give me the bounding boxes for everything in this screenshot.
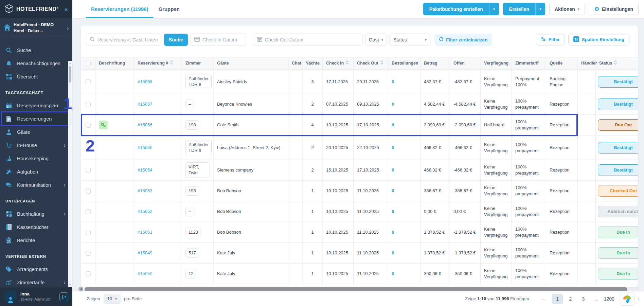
orders-link[interactable]: 0	[392, 250, 394, 256]
aktionen-button[interactable]: Aktionen ▾	[549, 3, 585, 15]
search-input[interactable]	[97, 37, 158, 42]
page-button-2[interactable]: 2	[565, 294, 576, 304]
reservation-link[interactable]: #15049	[138, 250, 152, 256]
guest-cell: Kate July	[214, 243, 288, 263]
reservations-card: Suche Gast ▾ Status ▾	[81, 25, 638, 287]
sidebar-item-reservierungen[interactable]: Reservierungen	[0, 112, 72, 125]
reservation-link[interactable]: #15050	[138, 271, 152, 277]
orders-link[interactable]: 0	[392, 271, 394, 277]
row-checkbox[interactable]	[86, 271, 91, 276]
header-cell-checkin[interactable]: Check In	[323, 57, 354, 69]
room-cell: –	[182, 94, 214, 114]
header-cell-res[interactable]: Reservierung #	[134, 57, 182, 69]
erstellen-button[interactable]: Erstellen ▾	[503, 3, 545, 15]
sidebar-collapse-icon[interactable]: «	[64, 5, 68, 13]
gast-select[interactable]: Gast ▾	[365, 34, 387, 46]
suche-button[interactable]: Suche	[164, 34, 188, 46]
nights-cell: 2	[303, 160, 323, 180]
sidebar-item-in-house[interactable]: In-House›	[0, 139, 72, 152]
amount-cell: 1.378,52 €	[421, 222, 450, 242]
chevron-down-icon[interactable]: ▾	[535, 3, 545, 15]
scroll-down-icon[interactable]: ▼	[68, 284, 72, 286]
page-button-1200[interactable]: 1200	[603, 294, 615, 304]
room-chip: VIRT, Twin	[185, 162, 210, 178]
sidebar-item-suche[interactable]: Suche	[0, 43, 72, 57]
document-icon	[5, 116, 12, 122]
reservation-link[interactable]: #15051	[138, 229, 152, 235]
orders-link[interactable]: 0	[392, 79, 394, 85]
scroll-left-icon[interactable]: ◀	[78, 287, 83, 291]
header-cell-status[interactable]: Status	[596, 57, 638, 69]
sort-icon[interactable]	[380, 60, 383, 66]
sidebar-item-housekeeping[interactable]: Housekeeping	[0, 152, 72, 165]
reservation-link[interactable]: #15055	[138, 145, 152, 151]
page-size-select[interactable]: 10 ▾	[104, 294, 121, 304]
filter-button[interactable]: Filter	[536, 34, 565, 46]
tab-gruppen[interactable]: Gruppen	[153, 0, 185, 18]
checkin-date-input[interactable]	[202, 37, 243, 42]
tab-reservierungen[interactable]: Reservierungen (11996)	[86, 0, 153, 18]
open-amount-cell: 0,00 €	[450, 201, 481, 222]
orders-link[interactable]: 0	[392, 101, 394, 107]
filter-reset-button[interactable]: Filter zurücksetzen	[434, 34, 492, 46]
sidebar-item-buchhaltung[interactable]: Buchhaltung›	[0, 207, 72, 220]
sidebar-item-zimmertarife[interactable]: Zimmertarife›	[0, 276, 72, 287]
sidebar-scrollbar-thumb[interactable]	[69, 66, 71, 83]
checkout-date-field[interactable]	[253, 34, 362, 46]
row-checkbox[interactable]	[86, 123, 91, 128]
orders-link[interactable]: 0	[392, 188, 394, 194]
horizontal-scrollbar-thumb[interactable]	[85, 287, 627, 291]
reservation-link[interactable]: #15052	[138, 209, 152, 215]
reservation-link[interactable]: #15058	[138, 79, 152, 85]
paketbuchung-erstellen-button[interactable]: Paketbuchung erstellen ▾	[423, 3, 499, 15]
sidebar-item-arrangements[interactable]: Arrangements	[0, 263, 72, 276]
prev-page-icon[interactable]: ←	[538, 295, 550, 302]
orders-link[interactable]: 0	[392, 229, 394, 235]
logout-button[interactable]	[59, 292, 68, 301]
sidebar-item-reservierungsplan[interactable]: Reservierungsplan1	[0, 99, 72, 112]
header-cell-checkout[interactable]: Check Out	[354, 57, 388, 69]
hotel-selector[interactable]: HotelFriend - DEMO Hotel - Delux... ›	[0, 18, 72, 38]
row-checkbox[interactable]	[86, 188, 91, 194]
row-checkbox[interactable]	[86, 209, 91, 214]
orders-link[interactable]: 0	[392, 145, 394, 151]
orders-link[interactable]: 0	[392, 167, 394, 173]
sort-icon[interactable]	[346, 60, 348, 66]
checkout-date-input[interactable]	[265, 37, 359, 42]
sort-icon[interactable]	[614, 60, 617, 66]
reservation-link[interactable]: #15054	[138, 167, 152, 173]
reservation-link[interactable]: #15053	[138, 188, 152, 194]
row-checkbox[interactable]	[86, 102, 91, 107]
reservation-link[interactable]: #15056	[138, 122, 152, 128]
search-field[interactable]	[86, 34, 161, 46]
page-button-1[interactable]: 1	[552, 294, 563, 304]
sidebar-item-kassenbuecher[interactable]: €Kassenbücher	[0, 220, 72, 234]
reservation-link[interactable]: #15057	[138, 101, 152, 107]
sidebar-item-aufgaben[interactable]: Aufgaben	[0, 165, 72, 178]
sort-icon[interactable]	[170, 60, 173, 66]
chevron-down-icon[interactable]: ▾	[489, 3, 499, 15]
select-all-checkbox[interactable]	[86, 61, 91, 66]
sidebar-item-berichte[interactable]: Berichte	[0, 234, 72, 247]
row-checkbox[interactable]	[86, 251, 91, 256]
sidebar-item-uebersicht[interactable]: Übersicht	[0, 70, 72, 83]
panel-toggle-icon[interactable]: ‹	[637, 294, 641, 303]
row-checkbox-cell	[81, 201, 95, 222]
spalten-einstellung-button[interactable]: Spalten Einstellung	[568, 34, 629, 46]
sidebar-item-benachrichtigungen[interactable]: Benachrichtigungen	[0, 57, 72, 70]
sidebar-item-kommunikation[interactable]: Kommunikation›	[0, 178, 72, 192]
sidebar-item-gaeste[interactable]: Gäste	[0, 125, 72, 139]
horizontal-scrollbar-track[interactable]	[84, 287, 640, 291]
orders-link[interactable]: 0	[392, 209, 394, 215]
row-checkbox[interactable]	[86, 168, 91, 173]
room-cell: 12	[182, 264, 214, 284]
scroll-up-icon[interactable]: ▲	[68, 62, 72, 65]
page-button-3[interactable]: 3	[577, 294, 589, 304]
checkin-date-field[interactable]	[191, 34, 246, 46]
orders-link[interactable]: 0	[392, 122, 394, 128]
row-checkbox[interactable]	[86, 79, 91, 84]
status-select[interactable]: Status ▾	[390, 34, 430, 46]
einstellungen-button[interactable]: ⚙ Einstellungen	[589, 3, 639, 15]
board-cell: Keine Verpflegung	[481, 70, 512, 94]
row-checkbox[interactable]	[86, 230, 91, 235]
